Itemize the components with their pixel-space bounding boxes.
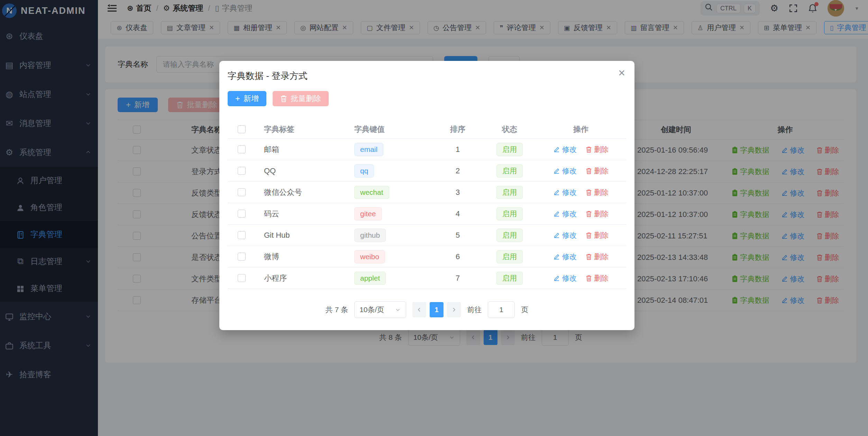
dict-data-modal: 字典数据 - 登录方式 ✕ + 新增 批量删除 字典标签 字典键值 排序 状态 … (219, 61, 634, 330)
column-header-key: 字典键值 (349, 124, 432, 135)
modal-table: 字典标签 字典键值 排序 状态 操作 邮箱 email 1 启用 (228, 120, 626, 289)
trash-icon (586, 232, 592, 239)
edit-icon (553, 146, 560, 153)
edit-link[interactable]: 修改 (553, 252, 577, 262)
dict-label: QQ (255, 166, 349, 175)
column-header-label: 字典标签 (255, 124, 349, 135)
dict-label: 微博 (255, 252, 349, 262)
modal-table-row: 微信公众号 wechat 3 启用 修改 删除 (228, 182, 626, 203)
page-size-select[interactable]: 10条/页 (354, 301, 406, 318)
edit-link[interactable]: 修改 (553, 209, 577, 219)
dict-label: Git Hub (255, 231, 349, 240)
modal-select-all-checkbox[interactable] (238, 125, 246, 133)
dict-key-tag: applet (354, 272, 386, 285)
modal-table-row: Git Hub github 5 启用 修改 删除 (228, 225, 626, 246)
status-badge: 启用 (496, 164, 523, 178)
dict-key-tag: wechat (354, 186, 389, 199)
modal-title: 字典数据 - 登录方式 (228, 70, 626, 82)
row-checkbox[interactable] (238, 274, 246, 282)
trash-icon (586, 275, 592, 282)
sort-value: 4 (432, 209, 484, 218)
status-badge: 启用 (496, 229, 523, 242)
dict-key-tag: gitee (354, 207, 382, 220)
edit-link[interactable]: 修改 (553, 188, 577, 197)
next-page-button[interactable] (447, 302, 461, 317)
status-badge: 启用 (496, 186, 523, 199)
delete-link[interactable]: 删除 (586, 209, 609, 219)
status-badge: 启用 (496, 207, 523, 220)
dict-label: 微信公众号 (255, 187, 349, 198)
close-modal-icon[interactable]: ✕ (618, 69, 625, 78)
delete-link[interactable]: 删除 (586, 145, 609, 154)
trash-icon (586, 167, 592, 174)
modal-table-row: 邮箱 email 1 启用 修改 删除 (228, 139, 626, 160)
modal-table-row: 码云 gitee 4 启用 修改 删除 (228, 203, 626, 225)
row-checkbox[interactable] (238, 145, 246, 153)
status-badge: 启用 (496, 250, 523, 263)
column-header-actions: 操作 (536, 124, 626, 135)
row-checkbox[interactable] (238, 167, 246, 175)
edit-link[interactable]: 修改 (553, 273, 577, 283)
modal-table-header-row: 字典标签 字典键值 排序 状态 操作 (228, 120, 626, 139)
modal-table-row: 小程序 applet 7 启用 修改 删除 (228, 267, 626, 289)
page-number-button[interactable]: 1 (430, 302, 444, 317)
goto-page-input[interactable] (488, 301, 515, 318)
row-checkbox[interactable] (238, 253, 246, 261)
trash-icon (586, 210, 592, 217)
page-unit-label: 页 (521, 305, 528, 315)
row-checkbox[interactable] (238, 188, 246, 196)
column-header-sort: 排序 (432, 124, 484, 135)
modal-pagination: 共 7 条 10条/页 1 前往 页 (228, 301, 626, 318)
trash-icon (280, 95, 287, 102)
delete-link[interactable]: 删除 (586, 188, 609, 197)
edit-icon (553, 275, 560, 282)
sort-value: 2 (432, 166, 484, 175)
edit-icon (553, 232, 560, 239)
dict-key-tag: qq (354, 164, 374, 178)
edit-icon (553, 253, 560, 260)
dict-key-tag: weibo (354, 250, 385, 263)
goto-label: 前往 (467, 305, 482, 315)
edit-icon (553, 189, 560, 196)
modal-batch-delete-button[interactable]: 批量删除 (273, 91, 329, 106)
pagination-total: 共 7 条 (326, 305, 348, 315)
status-badge: 启用 (496, 143, 523, 156)
app-root: N NEAT-ADMIN ⊛ 仪表盘 ▤ 内容管理 ◍ 站点管理 ✉ 消息管理 … (0, 0, 868, 436)
delete-link[interactable]: 删除 (586, 230, 609, 240)
sort-value: 7 (432, 274, 484, 283)
dict-key-tag: github (354, 229, 386, 242)
row-checkbox[interactable] (238, 210, 246, 218)
modal-table-row: 微博 weibo 6 启用 修改 删除 (228, 246, 626, 267)
edit-icon (553, 210, 560, 217)
modal-table-row: QQ qq 2 启用 修改 删除 (228, 160, 626, 182)
status-badge: 启用 (496, 272, 523, 285)
chevron-down-icon (395, 307, 401, 313)
dict-label: 邮箱 (255, 144, 349, 155)
sort-value: 5 (432, 231, 484, 240)
delete-link[interactable]: 删除 (586, 252, 609, 262)
sort-value: 6 (432, 252, 484, 261)
row-checkbox[interactable] (238, 231, 246, 239)
trash-icon (586, 189, 592, 196)
prev-page-button[interactable] (412, 302, 426, 317)
sort-value: 3 (432, 188, 484, 197)
edit-link[interactable]: 修改 (553, 166, 577, 176)
edit-link[interactable]: 修改 (553, 145, 577, 154)
trash-icon (586, 146, 592, 153)
edit-link[interactable]: 修改 (553, 230, 577, 240)
column-header-status: 状态 (484, 124, 536, 135)
modal-toolbar: + 新增 批量删除 (228, 91, 626, 106)
delete-link[interactable]: 删除 (586, 166, 609, 176)
modal-table-body: 邮箱 email 1 启用 修改 删除 (228, 139, 626, 289)
edit-icon (553, 167, 560, 174)
sort-value: 1 (432, 145, 484, 154)
dict-key-tag: email (354, 143, 383, 156)
dict-label: 码云 (255, 209, 349, 219)
dict-label: 小程序 (255, 273, 349, 283)
delete-link[interactable]: 删除 (586, 273, 609, 283)
plus-icon: + (235, 94, 240, 103)
modal-add-button[interactable]: + 新增 (228, 91, 266, 106)
trash-icon (586, 253, 592, 260)
